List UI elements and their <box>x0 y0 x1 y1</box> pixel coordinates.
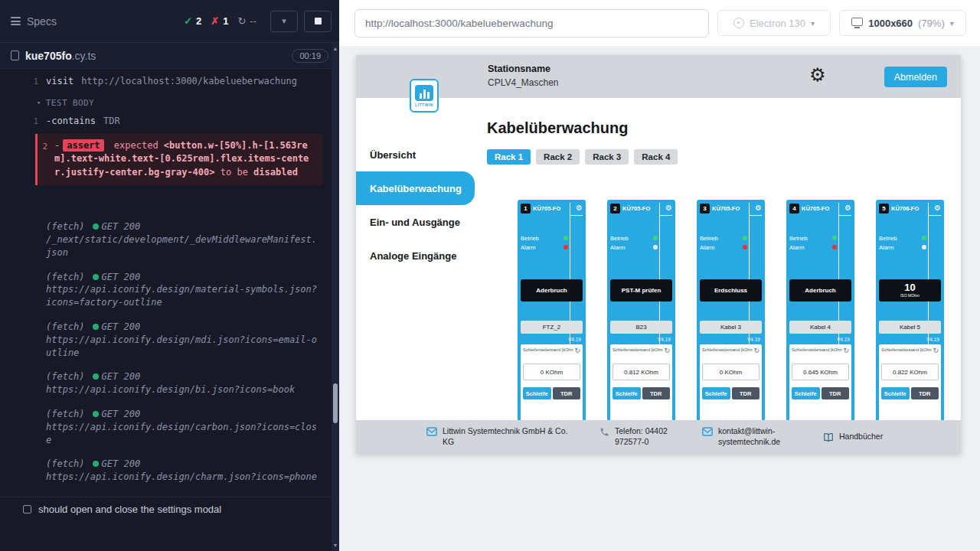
failed-count[interactable]: ✗1 <box>211 15 228 27</box>
url-input[interactable]: http://localhost:3000/kabelueberwachung <box>354 9 709 37</box>
electron-icon <box>733 18 744 28</box>
specs-menu-icon <box>11 17 21 25</box>
chevron-down-icon: ▾ <box>282 16 286 26</box>
command-contains[interactable]: 1 -contains TDR <box>0 113 339 129</box>
assert-badge: assert <box>63 139 103 152</box>
tab-rack-2[interactable]: Rack 2 <box>536 149 580 165</box>
spec-header: kue705fo.cy.ts 00:19 <box>0 43 339 69</box>
resistance-value: 0 KOhm <box>702 364 760 380</box>
device-settings-icon[interactable]: ⚙ <box>934 204 941 212</box>
device-settings-icon[interactable]: ⚙ <box>576 204 583 212</box>
line-number: 2 <box>38 139 47 179</box>
fetch-log[interactable]: (fetch)GET 200 https://api.iconify.desig… <box>0 271 339 309</box>
tdr-button[interactable]: TDR <box>732 387 760 399</box>
resistance-value: 0.822 KOhm <box>881 364 939 380</box>
test-icon <box>23 505 31 514</box>
station-label: Stationsname <box>488 64 559 74</box>
app-header: LITTWIN Stationsname CPLV4_Maschen ⚙ Abm… <box>356 55 961 98</box>
reporter-scrollbar[interactable]: ▲ ▼ <box>332 43 339 551</box>
device-number: 3 <box>700 204 710 214</box>
stop-icon <box>315 18 322 24</box>
device-settings-icon[interactable]: ⚙ <box>755 204 762 212</box>
cable-name: Kabel 4 <box>789 321 851 334</box>
firmware-version: V4.19 <box>789 337 850 342</box>
tdr-button[interactable]: TDR <box>553 387 581 399</box>
sidebar-item-analoge-eingaenge[interactable]: Analoge Eingänge <box>356 239 475 272</box>
status-display: 10ISO MOhm <box>879 279 941 302</box>
debug-dropdown-button[interactable]: ▾ <box>270 11 298 32</box>
app-footer: Littwin Systemtechnik GmbH & Co. KG Tele… <box>356 420 961 454</box>
tab-rack-3[interactable]: Rack 3 <box>585 149 629 165</box>
schleife-button[interactable]: Schleife <box>881 387 910 399</box>
browser-select[interactable]: Electron 130 ▾ <box>717 10 831 36</box>
status-dot-icon <box>93 461 99 467</box>
status-display: Erdschluss <box>700 279 762 302</box>
viewport-icon <box>851 18 863 26</box>
fetch-log[interactable]: (fetch)GET 200 https://api.iconify.desig… <box>0 458 339 484</box>
fetch-log[interactable]: (fetch)GET 200 https://api.iconify.desig… <box>0 321 339 359</box>
spec-timer: 00:19 <box>292 49 328 63</box>
firmware-version: V4.19 <box>521 337 581 342</box>
tdr-button[interactable]: TDR <box>642 387 671 399</box>
refresh-icon[interactable]: ↻ <box>843 347 849 354</box>
viewport-select[interactable]: 1000x660 (79%) ▾ <box>839 10 966 36</box>
device-settings-icon[interactable]: ⚙ <box>665 204 672 212</box>
refresh-icon[interactable]: ↻ <box>753 347 760 354</box>
firmware-version: V4.19 <box>700 337 760 342</box>
fetch-log[interactable]: (fetch)GET 200 https://api.iconify.desig… <box>0 408 339 446</box>
assert-message: -assert expected <button.w-[50%].h-[1.56… <box>54 139 315 179</box>
device-settings-icon[interactable]: ⚙ <box>844 204 851 212</box>
logout-button[interactable]: Abmelden <box>884 67 947 87</box>
fetch-log[interactable]: (fetch)GET 200 /_next/static/development… <box>0 220 339 259</box>
status-display: Aderbruch <box>521 279 583 302</box>
firmware-version: V4.19 <box>879 337 939 342</box>
schleife-button[interactable]: Schleife <box>702 387 730 399</box>
tab-rack-4[interactable]: Rack 4 <box>634 149 678 165</box>
sidebar-item-kabelueberwachung[interactable]: Kabelüberwachung <box>356 171 475 205</box>
refresh-icon[interactable]: ↻ <box>664 347 670 354</box>
resistance-value: 0 KOhm <box>523 364 580 380</box>
passed-count[interactable]: ✓2 <box>184 15 201 27</box>
cypress-reporter: Specs ✓2 ✗1 ↻-- ▾ kue705fo.cy.ts 00:19 1… <box>0 0 339 551</box>
pending-test-row[interactable]: should open and close the settings modal <box>0 497 332 520</box>
device-number: 4 <box>789 204 799 214</box>
resistance-value: 0.645 KOhm <box>792 364 849 380</box>
device-model: KÜ705-FO <box>802 205 829 212</box>
device-number: 1 <box>521 204 531 214</box>
device-model: KÜ705-FO <box>622 205 650 212</box>
line-number: 1 <box>0 75 46 88</box>
scroll-up-icon[interactable]: ▲ <box>332 46 339 51</box>
settings-gear-icon[interactable]: ⚙ <box>809 64 826 86</box>
stop-button[interactable] <box>304 11 332 32</box>
device-cards: 1 KÜ705-FO ⚙ Betrieb Alarm Aderbruch FTZ… <box>518 200 961 420</box>
failed-assert[interactable]: 2 -assert expected <button.w-[50%].h-[1.… <box>35 134 322 185</box>
schleife-button[interactable]: Schleife <box>792 387 820 399</box>
sidebar-item-ein-und-ausgaenge[interactable]: Ein- und Ausgänge <box>356 205 475 239</box>
sidebar-item-uebersicht[interactable]: Übersicht <box>356 138 475 171</box>
tdr-button[interactable]: TDR <box>911 387 939 399</box>
specs-toggle[interactable]: Specs <box>11 15 57 28</box>
cable-name: B23 <box>610 321 672 334</box>
device-model: KÜ705-FO <box>533 205 560 212</box>
tab-rack-1[interactable]: Rack 1 <box>487 149 531 165</box>
scroll-down-icon[interactable]: ▼ <box>332 543 339 548</box>
device-card: 1 KÜ705-FO ⚙ Betrieb Alarm Aderbruch FTZ… <box>518 200 586 420</box>
command-visit[interactable]: 1 visit http://localhost:3000/kabelueber… <box>0 73 339 90</box>
schleife-button[interactable]: Schleife <box>612 387 641 399</box>
tdr-button[interactable]: TDR <box>822 387 850 399</box>
refresh-icon[interactable]: ↻ <box>574 347 580 354</box>
device-number: 2 <box>610 204 620 214</box>
cable-name: Kabel 5 <box>879 321 941 334</box>
scrollbar-thumb[interactable] <box>333 383 338 423</box>
footer-manuals-link[interactable]: Handbücher <box>823 432 883 442</box>
rack-tabs: Rack 1 Rack 2 Rack 3 Rack 4 <box>487 149 961 165</box>
littwin-logo: LITTWIN <box>410 79 439 112</box>
fetch-log[interactable]: (fetch)GET 200 https://api.iconify.desig… <box>0 370 339 396</box>
schleife-button[interactable]: Schleife <box>523 387 551 399</box>
footer-phone: Telefon: 04402 972577-0 <box>599 426 679 447</box>
pending-count[interactable]: ↻-- <box>237 15 256 27</box>
test-body-toggle[interactable]: ▾ TEST BODY <box>0 90 339 113</box>
refresh-icon[interactable]: ↻ <box>933 347 939 354</box>
footer-company: Littwin Systemtechnik GmbH & Co. KG <box>426 426 577 447</box>
alarm-led <box>832 245 837 249</box>
